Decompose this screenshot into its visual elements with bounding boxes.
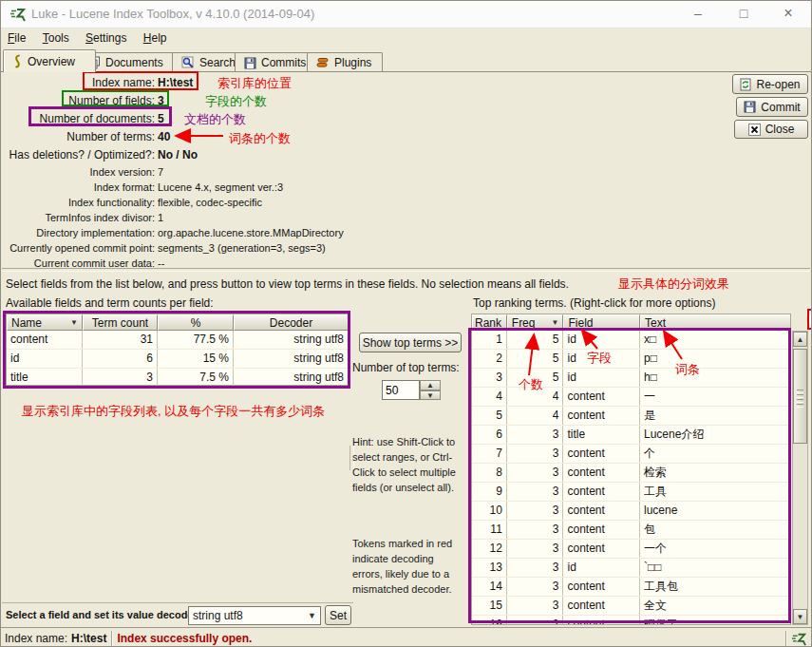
info-label: Currently opened commit point:: [1, 242, 155, 254]
table-row[interactable]: 11 3 content 包: [472, 521, 790, 540]
info-label: Has deletions? / Optimized?:: [1, 148, 155, 162]
table-row[interactable]: 2 5 id p□: [472, 350, 790, 369]
minimize-button[interactable]: –: [687, 4, 709, 23]
table-row[interactable]: 16 2 content 碉堡了: [472, 616, 790, 625]
luke-logo-icon: [9, 6, 27, 23]
tab-documents-label: Documents: [105, 56, 163, 69]
tab-plugins[interactable]: Plugins: [307, 52, 383, 72]
cell-text: 碉堡了: [640, 616, 790, 625]
col-header-freq[interactable]: Freq ▼: [507, 314, 564, 331]
floppy-icon: [744, 101, 756, 113]
scroll-up-button[interactable]: ▲: [793, 332, 807, 347]
status-bar: Index name: H:\test Index successfully o…: [1, 627, 811, 647]
cell-field: content: [563, 388, 640, 406]
maximize-button[interactable]: □: [732, 4, 755, 23]
cell-field: content: [563, 483, 640, 501]
cell-termcount: 31: [83, 331, 158, 349]
table-row[interactable]: 13 3 id `□□: [472, 559, 790, 578]
terms-scrollbar[interactable]: ▲ ▼: [792, 331, 808, 625]
table-row[interactable]: 5 4 content 是: [472, 407, 790, 426]
info-value: org.apache.lucene.store.MMapDirectory: [158, 227, 344, 238]
cell-rank: 1: [472, 331, 507, 349]
menu-item[interactable]: File: [1, 29, 32, 48]
fields-table-header: Name ▼ Term count % Decoder: [7, 314, 348, 331]
cell-text: lucene: [640, 502, 790, 520]
cell-rank: 15: [472, 597, 507, 615]
cell-text: h□: [640, 369, 790, 387]
cell-field: title: [563, 426, 640, 444]
table-row[interactable]: 9 3 content 工具: [472, 483, 790, 502]
table-row[interactable]: id 6 15 % string utf8: [7, 350, 348, 369]
cell-decoder: string utf8: [234, 369, 348, 387]
chevron-down-icon: ▼: [308, 611, 316, 620]
top-terms-count-input[interactable]: [382, 380, 420, 400]
cell-text: 检索: [640, 464, 790, 482]
info-label: TermInfos index divisor:: [1, 212, 155, 223]
cell-termcount: 6: [83, 350, 158, 368]
table-row[interactable]: 8 3 content 检索: [472, 464, 790, 483]
table-row[interactable]: 15 3 content 全文: [472, 597, 790, 616]
close-index-label: Close: [765, 123, 795, 136]
table-row[interactable]: 10 3 content lucene: [472, 502, 790, 521]
table-row[interactable]: 6 3 title Lucene介绍: [472, 426, 790, 445]
annotation-freq: 个数: [519, 376, 543, 393]
sort-arrow-icon: ▼: [70, 318, 78, 327]
annotation-terms-count: 词条的个数: [229, 130, 291, 147]
floppy-icon: [244, 57, 256, 69]
cell-rank: 10: [472, 502, 507, 520]
spinner-down-button[interactable]: ▼: [420, 390, 441, 400]
show-top-terms-button[interactable]: Show top terms >>: [359, 333, 462, 352]
col-header-field[interactable]: Field: [563, 314, 640, 331]
decoder-bar-label: Select a field and set its value decoder…: [6, 609, 200, 620]
menu-item[interactable]: Help: [137, 29, 174, 48]
status-index-name-value: H:\test: [71, 632, 106, 645]
close-index-button[interactable]: Close: [734, 120, 808, 139]
index-info-row: Number of terms: 40: [1, 127, 447, 145]
scroll-down-button[interactable]: ▼: [793, 609, 807, 624]
tab-overview-label: Overview: [28, 55, 75, 68]
table-row[interactable]: 14 3 content 工具包: [472, 578, 790, 597]
info-label: Number of fields:: [1, 94, 155, 107]
table-row[interactable]: content 31 77.5 % string utf8: [7, 331, 348, 350]
table-row[interactable]: 12 3 content 一个: [472, 540, 790, 559]
col-header-decoder[interactable]: Decoder: [234, 314, 348, 331]
cell-field: id: [563, 559, 640, 577]
col-header-text[interactable]: Text: [640, 314, 790, 331]
col-header-percent[interactable]: %: [158, 314, 234, 331]
info-value: 5: [158, 112, 164, 125]
tab-overview[interactable]: Overview: [3, 49, 96, 72]
info-label: Directory implementation:: [1, 227, 155, 238]
cell-text: 工具: [640, 483, 790, 501]
cell-freq: 3: [507, 426, 564, 444]
tab-search-label: Search: [199, 56, 236, 69]
decoder-select[interactable]: string utf8 ▼: [188, 606, 321, 625]
cell-text: 包: [640, 521, 790, 539]
spinner-up-button[interactable]: ▲: [420, 380, 441, 390]
col-header-rank[interactable]: Rank: [472, 314, 507, 331]
reopen-button[interactable]: Re-open: [732, 74, 808, 94]
cell-field: content: [563, 445, 640, 463]
menu-item[interactable]: Tools: [36, 29, 76, 48]
reopen-label: Re-open: [756, 78, 800, 91]
cell-decoder: string utf8: [234, 331, 348, 349]
info-value: Lucene 4.x, segment ver.:3: [158, 181, 283, 193]
index-info-row: Index version: 7: [1, 164, 447, 180]
col-header-termcount[interactable]: Term count: [83, 314, 158, 331]
set-decoder-button[interactable]: Set: [325, 605, 351, 625]
index-info-row: Directory implementation: org.apache.luc…: [1, 225, 447, 240]
commit-button[interactable]: Commit: [736, 97, 808, 117]
cell-field: content: [563, 407, 640, 425]
col-header-name[interactable]: Name ▼: [7, 314, 83, 331]
scroll-thumb[interactable]: [793, 349, 807, 444]
info-label: Number of documents:: [1, 112, 155, 125]
cell-rank: 7: [472, 445, 507, 463]
cell-text: Lucene介绍: [640, 426, 790, 444]
cell-rank: 4: [472, 388, 507, 406]
menu-item[interactable]: Settings: [79, 29, 133, 48]
cell-freq: 3: [507, 464, 564, 482]
table-row[interactable]: 1 5 id x□: [472, 331, 790, 350]
table-row[interactable]: 7 3 content 个: [472, 445, 790, 464]
close-window-button[interactable]: ×: [777, 4, 800, 23]
table-row[interactable]: title 3 7.5 % string utf8: [7, 369, 348, 388]
cell-field: content: [563, 578, 640, 596]
